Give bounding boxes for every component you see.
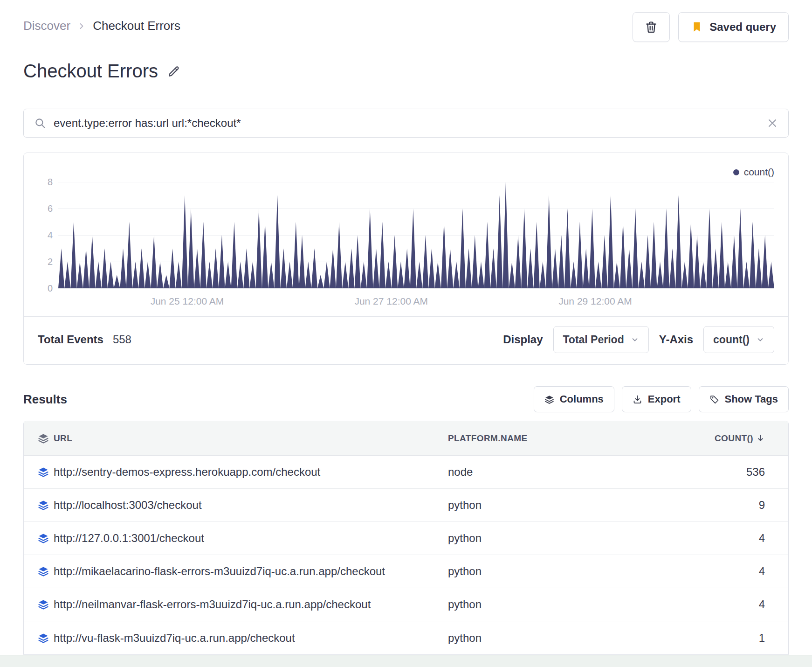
cell-count: 4 xyxy=(681,598,788,611)
chart-footer: Total Events 558 Display Total Period Y-… xyxy=(24,316,788,364)
table-row[interactable]: http://mikaelacarino-flask-errors-m3uuiz… xyxy=(24,555,788,588)
columns-button[interactable]: Columns xyxy=(534,386,614,412)
cell-platform: python xyxy=(448,499,681,512)
chevron-down-icon xyxy=(631,335,639,344)
column-header-url[interactable]: URL xyxy=(54,433,448,444)
title-row: Checkout Errors xyxy=(23,61,789,82)
bookmark-icon xyxy=(691,21,703,33)
top-bar: Discover Checkout Errors Saved query xyxy=(23,0,789,42)
display-dropdown-value: Total Period xyxy=(563,334,624,346)
cell-url: http://neilmanvar-flask-errors-m3uuizd7i… xyxy=(54,598,448,611)
results-header: Results Columns Export Show Tags xyxy=(23,386,789,412)
y-tick: 6 xyxy=(48,203,53,214)
download-icon xyxy=(633,395,642,404)
results-title: Results xyxy=(23,392,67,407)
chart-legend[interactable]: count() xyxy=(38,165,774,179)
page-bottom-strip xyxy=(0,655,812,667)
layers-icon[interactable] xyxy=(24,566,54,577)
breadcrumb-discover[interactable]: Discover xyxy=(23,19,70,33)
saved-query-button[interactable]: Saved query xyxy=(678,12,789,42)
column-header-count-label: COUNT() xyxy=(715,433,753,444)
layers-icon[interactable] xyxy=(24,632,54,644)
chart-panel: count() 8 6 4 2 0 xyxy=(23,153,789,365)
chart-x-axis: Jun 25 12:00 AM Jun 27 12:00 AM Jun 29 1… xyxy=(58,288,774,313)
trash-icon xyxy=(645,21,658,34)
total-events-value: 558 xyxy=(113,333,131,346)
cell-count: 4 xyxy=(681,532,788,545)
legend-label: count() xyxy=(744,167,774,178)
yaxis-dropdown[interactable]: count() xyxy=(703,326,774,353)
display-label: Display xyxy=(503,333,543,346)
cell-count: 9 xyxy=(681,499,788,512)
layers-icon xyxy=(544,395,554,404)
total-events-label: Total Events xyxy=(38,333,103,346)
chart-plot-row: 8 6 4 2 0 xyxy=(38,182,774,288)
table-row[interactable]: http://sentry-demos-express.herokuapp.co… xyxy=(24,456,788,489)
x-tick: Jun 29 12:00 AM xyxy=(558,296,632,307)
yaxis-dropdown-value: count() xyxy=(713,334,750,346)
search-bar xyxy=(23,109,789,138)
edit-pencil-icon[interactable] xyxy=(167,65,180,78)
chart-series-path xyxy=(58,182,774,288)
x-tick: Jun 27 12:00 AM xyxy=(354,296,428,307)
cell-platform: python xyxy=(448,598,681,611)
cell-platform: python xyxy=(448,632,681,645)
column-header-count[interactable]: COUNT() xyxy=(681,433,788,444)
cell-count: 1 xyxy=(681,632,788,645)
table-row[interactable]: http://neilmanvar-flask-errors-m3uuizd7i… xyxy=(24,588,788,621)
y-tick: 4 xyxy=(48,230,53,241)
total-events: Total Events 558 xyxy=(38,333,131,346)
display-dropdown[interactable]: Total Period xyxy=(553,326,649,353)
breadcrumb: Discover Checkout Errors xyxy=(23,12,180,33)
cell-url: http://127.0.0.1:3001/checkout xyxy=(54,532,448,545)
layers-icon[interactable] xyxy=(24,533,54,544)
tag-icon xyxy=(709,395,719,404)
breadcrumb-current: Checkout Errors xyxy=(93,19,180,33)
table-header-row: URL PLATFORM.NAME COUNT() xyxy=(24,421,788,456)
close-icon[interactable] xyxy=(767,118,778,129)
show-tags-button[interactable]: Show Tags xyxy=(699,386,789,412)
table-row[interactable]: http://127.0.0.1:3001/checkout python 4 xyxy=(24,522,788,555)
results-actions: Columns Export Show Tags xyxy=(534,386,789,412)
search-input[interactable] xyxy=(54,117,759,130)
chart-series xyxy=(58,182,774,288)
delete-query-button[interactable] xyxy=(633,12,670,42)
export-button-label: Export xyxy=(648,393,681,405)
page-title: Checkout Errors xyxy=(23,61,158,82)
cell-url: http://localhost:3003/checkout xyxy=(54,499,448,512)
column-header-platform[interactable]: PLATFORM.NAME xyxy=(448,433,681,444)
cell-platform: python xyxy=(448,532,681,545)
chevron-down-icon xyxy=(756,335,764,344)
chart-y-axis: 8 6 4 2 0 xyxy=(38,182,58,288)
chart-controls: Display Total Period Y-Axis count() xyxy=(503,326,774,353)
y-tick: 8 xyxy=(48,177,53,188)
show-tags-button-label: Show Tags xyxy=(725,393,778,405)
export-button[interactable]: Export xyxy=(622,386,691,412)
layers-icon[interactable] xyxy=(24,500,54,511)
cell-platform: python xyxy=(448,565,681,578)
y-tick: 2 xyxy=(48,257,53,267)
cell-url: http://mikaelacarino-flask-errors-m3uuiz… xyxy=(54,565,448,578)
y-tick: 0 xyxy=(48,283,53,294)
search-icon xyxy=(34,117,46,129)
top-actions: Saved query xyxy=(633,12,789,42)
x-tick: Jun 25 12:00 AM xyxy=(151,296,224,307)
chevron-right-icon xyxy=(77,21,86,31)
chart-area: count() 8 6 4 2 0 xyxy=(24,153,788,316)
cell-url: http://vu-flask-m3uuizd7iq-uc.a.run.app/… xyxy=(54,632,448,645)
chart-plot[interactable] xyxy=(58,182,774,288)
layers-icon xyxy=(24,433,54,444)
yaxis-label: Y-Axis xyxy=(659,333,693,346)
table-row[interactable]: http://vu-flask-m3uuizd7iq-uc.a.run.app/… xyxy=(24,621,788,654)
saved-query-label: Saved query xyxy=(709,21,776,34)
cell-url: http://sentry-demos-express.herokuapp.co… xyxy=(54,466,448,479)
layers-icon[interactable] xyxy=(24,466,54,478)
layers-icon[interactable] xyxy=(24,599,54,610)
sort-descending-icon xyxy=(756,434,765,443)
results-table: URL PLATFORM.NAME COUNT() http://sentry-… xyxy=(23,421,789,655)
table-row[interactable]: http://localhost:3003/checkout python 9 xyxy=(24,489,788,522)
cell-count: 4 xyxy=(681,565,788,578)
cell-count: 536 xyxy=(681,466,788,479)
legend-dot xyxy=(733,169,739,175)
columns-button-label: Columns xyxy=(560,393,604,405)
